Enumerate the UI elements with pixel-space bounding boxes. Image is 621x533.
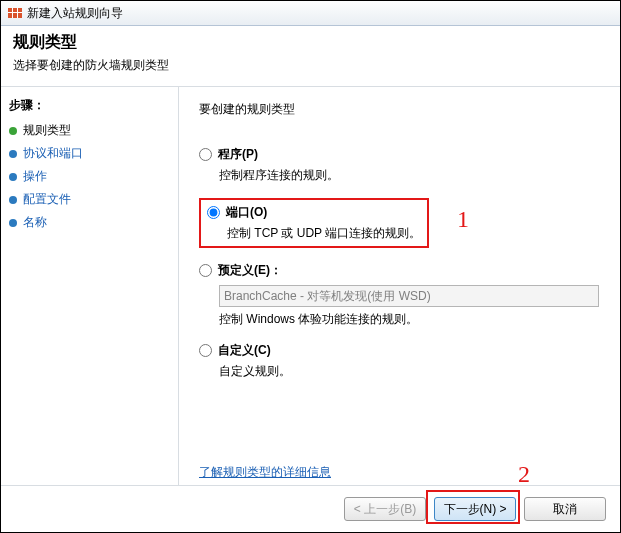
step-profile[interactable]: 配置文件 [9, 191, 170, 208]
step-action[interactable]: 操作 [9, 168, 170, 185]
option-program-desc: 控制程序连接的规则。 [219, 167, 604, 184]
option-port-label[interactable]: 端口(O) [207, 204, 421, 221]
cancel-button[interactable]: 取消 [524, 497, 606, 521]
option-predefined-label[interactable]: 预定义(E)： [199, 262, 604, 279]
step-label: 规则类型 [23, 122, 71, 139]
bullet-icon [9, 150, 17, 158]
window-title: 新建入站规则向导 [27, 5, 123, 22]
option-port-text: 端口(O) [226, 204, 267, 221]
option-predefined-desc: 控制 Windows 体验功能连接的规则。 [219, 311, 604, 328]
svg-rect-1 [8, 12, 22, 13]
radio-predefined[interactable] [199, 264, 212, 277]
bullet-icon [9, 173, 17, 181]
learn-more-link[interactable]: 了解规则类型的详细信息 [199, 464, 331, 481]
content-prompt: 要创建的规则类型 [199, 101, 604, 118]
next-button[interactable]: 下一步(N) > [434, 497, 516, 521]
bullet-icon [9, 219, 17, 227]
radio-program[interactable] [199, 148, 212, 161]
option-program-text: 程序(P) [218, 146, 258, 163]
firewall-icon [7, 5, 23, 21]
annotation-label-2: 2 [518, 461, 530, 488]
content-pane: 要创建的规则类型 程序(P) 控制程序连接的规则。 端口(O) 控制 TCP 或… [179, 87, 620, 533]
option-predefined-text: 预定义(E)： [218, 262, 282, 279]
svg-rect-2 [12, 8, 13, 18]
radio-custom[interactable] [199, 344, 212, 357]
back-button: < 上一步(B) [344, 497, 426, 521]
wizard-window: 新建入站规则向导 规则类型 选择要创建的防火墙规则类型 步骤： 规则类型 协议和… [0, 0, 621, 533]
option-predefined: 预定义(E)： 控制 Windows 体验功能连接的规则。 [199, 262, 604, 328]
radio-port[interactable] [207, 206, 220, 219]
titlebar: 新建入站规则向导 [1, 1, 620, 26]
step-label: 配置文件 [23, 191, 71, 208]
steps-heading: 步骤： [9, 97, 170, 114]
step-name[interactable]: 名称 [9, 214, 170, 231]
steps-sidebar: 步骤： 规则类型 协议和端口 操作 配置文件 名称 [1, 87, 179, 533]
bullet-icon [9, 196, 17, 204]
svg-rect-3 [17, 8, 18, 18]
step-rule-type[interactable]: 规则类型 [9, 122, 170, 139]
predefined-select [219, 285, 599, 307]
option-port-desc: 控制 TCP 或 UDP 端口连接的规则。 [227, 225, 421, 242]
annotation-label-1: 1 [457, 206, 469, 233]
step-protocol-port[interactable]: 协议和端口 [9, 145, 170, 162]
page-subtitle: 选择要创建的防火墙规则类型 [13, 57, 608, 74]
option-program-label[interactable]: 程序(P) [199, 146, 604, 163]
page-header: 规则类型 选择要创建的防火墙规则类型 [1, 26, 620, 87]
option-port: 端口(O) 控制 TCP 或 UDP 端口连接的规则。 1 [199, 198, 604, 248]
option-custom-text: 自定义(C) [218, 342, 271, 359]
option-program: 程序(P) 控制程序连接的规则。 [199, 146, 604, 184]
bullet-icon [9, 127, 17, 135]
page-title: 规则类型 [13, 32, 608, 53]
option-custom-desc: 自定义规则。 [219, 363, 604, 380]
footer: < 上一步(B) 下一步(N) > 取消 [1, 485, 620, 532]
step-label: 操作 [23, 168, 47, 185]
option-custom-label[interactable]: 自定义(C) [199, 342, 604, 359]
step-label: 名称 [23, 214, 47, 231]
annotation-box-1: 端口(O) 控制 TCP 或 UDP 端口连接的规则。 [199, 198, 429, 248]
option-custom: 自定义(C) 自定义规则。 [199, 342, 604, 380]
step-label: 协议和端口 [23, 145, 83, 162]
